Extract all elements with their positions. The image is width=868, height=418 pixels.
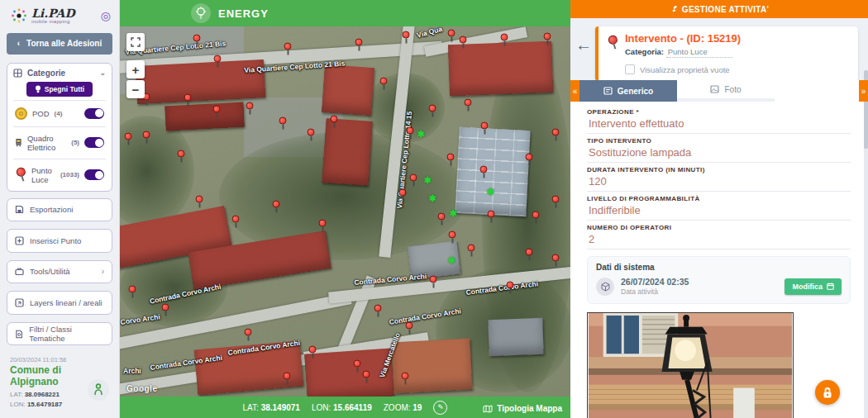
map-star-marker[interactable]: ✱ — [449, 208, 456, 219]
category-row-punto-luce: Punto Luce (1033) — [13, 159, 106, 191]
map-marker[interactable] — [363, 371, 370, 378]
map-marker[interactable] — [449, 231, 456, 239]
map-marker[interactable] — [447, 154, 455, 161]
map-marker[interactable] — [178, 150, 185, 158]
punto-luce-pin-icon — [605, 34, 621, 51]
zoom-in-button[interactable]: + — [126, 60, 145, 78]
fullscreen-button[interactable] — [126, 33, 145, 51]
wrench-icon — [670, 5, 678, 13]
map-marker[interactable] — [406, 322, 413, 330]
map-marker[interactable] — [273, 201, 280, 208]
grid-icon — [13, 69, 22, 78]
map-star-marker[interactable]: ✱ — [447, 255, 455, 266]
map-marker[interactable] — [448, 30, 455, 37]
map-marker[interactable] — [309, 346, 317, 354]
tab-foto[interactable]: Foto — [677, 80, 775, 98]
modifica-button[interactable]: Modifica — [785, 278, 842, 295]
map-marker[interactable] — [480, 166, 488, 173]
map-marker[interactable] — [438, 213, 446, 221]
map-marker[interactable] — [402, 373, 409, 380]
tab-generico[interactable]: Generico — [579, 80, 677, 102]
map-marker[interactable] — [501, 34, 508, 41]
categories-header[interactable]: Categorie ⌄ — [13, 69, 106, 82]
logo-subtitle: mobile mapping — [31, 19, 75, 24]
map-star-marker[interactable]: ✱ — [423, 175, 431, 186]
map-marker[interactable] — [129, 286, 136, 293]
map-star-marker[interactable]: ✱ — [417, 129, 424, 140]
map-marker[interactable] — [488, 211, 495, 218]
map-marker[interactable] — [162, 304, 169, 311]
scroll-tabs-left-button[interactable]: « — [570, 80, 579, 102]
map-marker[interactable] — [430, 276, 437, 283]
category-row-pod: POD (4) — [13, 100, 106, 126]
map-marker[interactable] — [532, 211, 540, 219]
lamp-photo[interactable] — [587, 312, 794, 418]
show-empty-props-checkbox[interactable] — [625, 64, 635, 74]
pod-toggle[interactable] — [84, 108, 104, 119]
map-marker[interactable] — [481, 122, 489, 130]
map-star-marker[interactable]: ✱ — [486, 187, 494, 197]
edit-coordinates-icon[interactable]: ✎ — [433, 401, 447, 415]
map-marker[interactable] — [410, 174, 417, 182]
map-marker[interactable] — [245, 329, 252, 336]
back-arrow[interactable]: ← — [575, 36, 592, 53]
map-marker[interactable] — [193, 35, 201, 42]
filtri-classi-button[interactable]: Filtri / Classi Tematiche — [7, 322, 112, 346]
map-marker[interactable] — [460, 36, 467, 44]
map-marker[interactable] — [552, 129, 560, 136]
dati-sistema-title: Dati di sistema — [596, 263, 842, 272]
map-marker[interactable] — [331, 116, 338, 123]
map-marker[interactable] — [399, 189, 407, 197]
map-marker[interactable] — [354, 360, 361, 368]
map-marker[interactable] — [429, 105, 436, 112]
map-marker[interactable] — [232, 216, 240, 223]
map-marker[interactable] — [143, 131, 150, 139]
map-marker[interactable] — [308, 129, 315, 136]
map-marker[interactable] — [468, 245, 475, 252]
map-marker[interactable] — [284, 43, 292, 50]
map-marker[interactable] — [355, 39, 363, 46]
field-value[interactable]: Sostituzione lampada — [587, 145, 851, 163]
map-marker[interactable] — [380, 78, 388, 85]
map-star-marker[interactable]: ✱ — [428, 193, 436, 204]
zoom-out-button[interactable]: − — [126, 80, 145, 98]
map-marker[interactable] — [552, 254, 560, 262]
target-icon[interactable]: ◎ — [101, 10, 111, 21]
map-marker[interactable] — [246, 102, 254, 110]
back-to-adesioni-button[interactable]: ‹ Torna alle Adesioni — [7, 33, 112, 55]
map-marker[interactable] — [526, 154, 533, 161]
map-marker[interactable] — [374, 305, 382, 312]
lock-button[interactable] — [815, 380, 840, 405]
quadro-toggle[interactable] — [84, 137, 104, 148]
map-canvas[interactable]: ✱✱✱✱✱✱Via Quartiere Cep Lotto 21 BisVia … — [120, 0, 570, 418]
map-marker[interactable] — [552, 196, 560, 203]
field-value[interactable]: 120 — [587, 173, 851, 192]
punto-luce-toggle[interactable] — [84, 169, 104, 180]
map-marker[interactable] — [213, 106, 221, 113]
map-marker[interactable] — [507, 282, 514, 289]
map-marker[interactable] — [465, 99, 472, 107]
spegni-tutti-button[interactable]: Spegni Tutti — [26, 82, 93, 97]
layers-button[interactable]: Layers lineari / areali — [7, 291, 112, 315]
panel-scrollbar[interactable] — [864, 70, 868, 418]
map-marker[interactable] — [125, 133, 132, 140]
map-marker[interactable] — [214, 55, 222, 63]
zoom-controls: + − — [126, 60, 145, 98]
map-marker[interactable] — [544, 33, 551, 40]
field-value[interactable]: 2 — [587, 231, 851, 249]
map-marker[interactable] — [184, 94, 192, 102]
scroll-tabs-right-button[interactable]: » — [859, 80, 868, 102]
map-marker[interactable] — [279, 117, 287, 125]
inserisci-punto-button[interactable]: Inserisci Punto — [7, 229, 112, 253]
map-marker[interactable] — [319, 220, 327, 227]
map-marker[interactable] — [284, 373, 291, 380]
map-marker[interactable] — [196, 196, 203, 203]
esportazioni-button[interactable]: Esportazioni — [7, 198, 112, 222]
map-marker[interactable] — [403, 31, 410, 39]
tools-utilita-button[interactable]: Tools/Utilità › — [7, 260, 112, 284]
field-value[interactable]: Intervento effettuato — [587, 116, 851, 134]
map-marker[interactable] — [526, 249, 533, 256]
field-value[interactable]: Indifferibile — [587, 202, 851, 221]
map-marker[interactable] — [407, 127, 414, 135]
map-type-button[interactable]: Tipologia Mappa — [483, 404, 562, 413]
